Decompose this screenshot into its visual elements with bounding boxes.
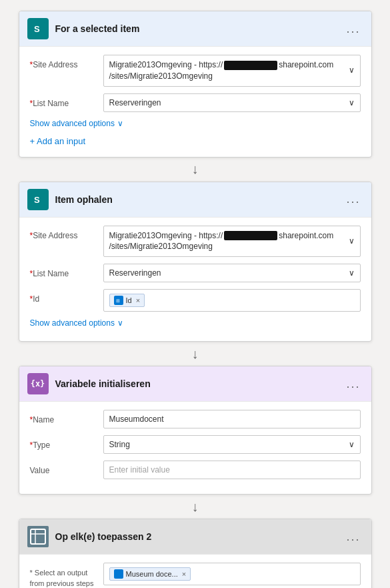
card4-title: Op elk(e) toepassen 2 [55, 531, 344, 542]
card1-title: For a selected item [55, 23, 344, 34]
card3-value-label: Value [30, 461, 103, 475]
card4-tag-label: Museum doce... [126, 570, 178, 578]
tag-close[interactable]: × [136, 296, 140, 304]
svg-text:S: S [34, 195, 40, 205]
card3-type-row: *Type String ∨ [30, 435, 361, 454]
card4-select-label: * Select an outputfrom previous steps [30, 563, 103, 588]
card1-list-name-value: Reserveringen [109, 98, 343, 107]
tag-label: Id [126, 296, 132, 304]
svg-text:⊞: ⊞ [116, 298, 120, 303]
card2-show-advanced[interactable]: Show advanced options ∨ [30, 318, 361, 328]
card1-site-dropdown-arrow: ∨ [349, 65, 355, 76]
redacted-2 [224, 231, 277, 240]
card2-title: Item ophalen [55, 194, 344, 205]
card-foreach: Op elk(e) toepassen 2 ... * Select an ou… [19, 519, 372, 588]
card2-menu[interactable]: ... [343, 192, 363, 206]
card3-name-value: Museumdocent [109, 414, 164, 424]
card4-select-row: * Select an outputfrom previous steps Mu… [30, 563, 361, 588]
card1-site-address-input[interactable]: Migratie2013Omgeving - https://sharepoin… [103, 55, 361, 87]
card1-list-dropdown-arrow: ∨ [349, 98, 355, 107]
card3-value-placeholder: Enter initial value [109, 465, 170, 475]
tag-icon-2 [114, 569, 123, 579]
card3-header: {x} Variabele initialiseren ... [19, 366, 371, 402]
svg-rect-10 [115, 571, 122, 577]
card1-list-name-input[interactable]: Reserveringen ∨ [103, 93, 361, 112]
card3-body: *Name Museumdocent *Type String ∨ Value [19, 402, 371, 494]
card3-type-dropdown-arrow: ∨ [349, 440, 355, 449]
redacted-1 [224, 61, 277, 70]
card4-header: Op elk(e) toepassen 2 ... [19, 519, 371, 555]
card2-header: S Item ophalen ... [19, 182, 371, 218]
card1-add-input[interactable]: + Add an input [30, 133, 361, 149]
card3-value-input[interactable]: Enter initial value [103, 461, 361, 479]
card3-menu[interactable]: ... [343, 377, 363, 391]
card3-type-value: String [109, 440, 343, 449]
connector-2: ↓ [192, 342, 199, 366]
card2-list-name-label: *List Name [30, 264, 103, 278]
card3-title: Variabele initialiseren [55, 378, 344, 389]
card2-id-input[interactable]: ⊞ Id × [103, 289, 361, 312]
card2-list-name-row: *List Name Reserveringen ∨ [30, 264, 361, 282]
card4-museum-tag: Museum doce... × [109, 567, 191, 581]
card2-site-address-row: *Site Address Migratie2013Omgeving - htt… [30, 226, 361, 258]
card3-name-row: *Name Museumdocent [30, 410, 361, 428]
card1-menu[interactable]: ... [343, 22, 363, 36]
card4-select-input[interactable]: Museum doce... × [103, 563, 361, 585]
card3-name-input[interactable]: Museumdocent [103, 410, 361, 428]
card2-body: *Site Address Migratie2013Omgeving - htt… [19, 218, 371, 342]
svg-text:S: S [34, 24, 40, 34]
card4-body: * Select an outputfrom previous steps Mu… [19, 555, 371, 588]
foreach-icon-1 [27, 526, 49, 547]
card2-list-name-value: Reserveringen [109, 268, 343, 278]
card1-list-name-row: *List Name Reserveringen ∨ [30, 93, 361, 112]
card1-site-address-row: *Site Address Migratie2013Omgeving - htt… [30, 55, 361, 87]
card2-site-dropdown-arrow: ∨ [349, 236, 355, 247]
flow-container: S For a selected item ... *Site Address … [11, 11, 379, 588]
card2-id-label: *Id [30, 289, 103, 304]
variable-icon-1: {x} [27, 373, 49, 394]
card2-id-row: *Id ⊞ Id × [30, 289, 361, 312]
tag-icon: ⊞ [114, 296, 123, 305]
card2-site-address-label: *Site Address [30, 226, 103, 240]
card-item-ophalen: S Item ophalen ... *Site Address Migrati… [19, 182, 372, 342]
card3-type-label: *Type [30, 435, 103, 450]
card1-site-address-label: *Site Address [30, 55, 103, 69]
card3-name-label: *Name [30, 410, 103, 424]
card2-site-address-input[interactable]: Migratie2013Omgeving - https://sharepoin… [103, 226, 361, 258]
sharepoint-icon-1: S [27, 18, 49, 39]
card2-list-name-input[interactable]: Reserveringen ∨ [103, 264, 361, 282]
card1-list-name-label: *List Name [30, 93, 103, 108]
card1-header: S For a selected item ... [19, 11, 371, 47]
connector-1: ↓ [192, 158, 199, 182]
card2-id-tag: ⊞ Id × [109, 294, 145, 307]
card3-value-row: Value Enter initial value [30, 461, 361, 479]
card4-menu[interactable]: ... [343, 530, 363, 544]
connector-3: ↓ [192, 495, 199, 519]
sharepoint-icon-2: S [27, 189, 49, 210]
card-for-selected-item: S For a selected item ... *Site Address … [19, 11, 372, 158]
card3-type-input[interactable]: String ∨ [103, 435, 361, 454]
card-variabele: {x} Variabele initialiseren ... *Name Mu… [19, 366, 372, 495]
card1-body: *Site Address Migratie2013Omgeving - htt… [19, 47, 371, 157]
card4-tag-close[interactable]: × [182, 570, 186, 578]
card2-list-dropdown-arrow: ∨ [349, 268, 355, 278]
card1-show-advanced[interactable]: Show advanced options ∨ [30, 119, 361, 128]
